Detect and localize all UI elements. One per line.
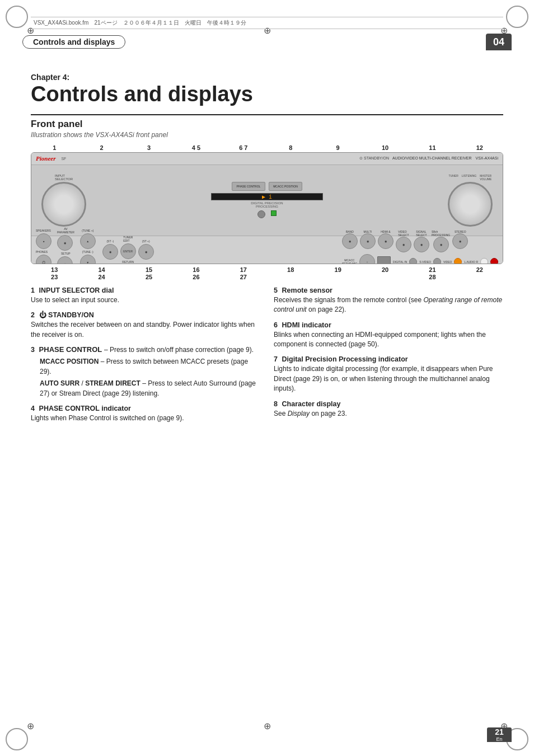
video-sel-section: VIDEOSELECT ◉ — [396, 230, 411, 252]
auto-surr-label: AUTO SURR — [40, 379, 79, 387]
tune-up-btn: ▲ — [80, 233, 96, 249]
desc-body-3-suffix: – Press to switch on/off phase correctio… — [104, 346, 254, 354]
speakers-phones-section: SPEAKERS ● PHONES 🎧 — [36, 229, 51, 264]
page-number-sub: En — [496, 736, 502, 742]
sensor-area — [257, 210, 277, 218]
desc-num-8: 8 — [274, 400, 278, 408]
l-audio-port — [480, 258, 488, 264]
desc-item-5: 5 Remote sensor Receives the signals fro… — [274, 286, 503, 315]
descriptions-left: 1 INPUT SELECTOR dial Use to select an i… — [31, 286, 260, 429]
st-plus-section: (ST +) ◉ — [138, 240, 154, 260]
master-label: MASTERVOLUME — [480, 174, 491, 181]
tune-down-btn: ▼ — [80, 255, 96, 264]
panel-left-section: INPUTSELECTOR — [36, 174, 92, 227]
display-text: ▶ i — [262, 194, 272, 200]
phase-control-btn: PHASE CONTROL — [232, 182, 265, 191]
phones-btn: 🎧 — [36, 255, 51, 264]
speakers-text: SPEAKERS — [36, 229, 51, 232]
front-panel-section-title: Front panel — [31, 119, 503, 130]
st-plus-text: (ST +) — [142, 240, 150, 243]
top-num-67: 6 7 — [220, 144, 267, 151]
chapter-label: Chapter 4: — [31, 73, 503, 82]
bot-num-28-space4 — [456, 274, 503, 280]
page-number-box: 21 En — [487, 727, 512, 742]
corner-mark-bl — [6, 728, 28, 750]
av-setup-section: AVPARAMETER ◉ SETUP ◉ — [57, 227, 74, 264]
l-audio-text: L AUDIO R — [464, 260, 478, 264]
bot-num-15: 15 — [125, 266, 172, 273]
desc-body-6: Blinks when connecting an HDMI-equipped … — [274, 330, 503, 350]
desc-num-7: 7 — [274, 355, 278, 363]
master-volume-knob — [448, 182, 493, 227]
desc-body-8: See Display on page 23. — [274, 409, 503, 419]
digital-precision-label: DIGITAL PRECISIONPROCESSING — [251, 201, 283, 208]
standby-label: ⊙ STANDBY/ON — [359, 156, 389, 161]
desc-item-1: 1 INPUT SELECTOR dial Use to select an i… — [31, 286, 260, 305]
desc-title-8: Character display — [282, 400, 341, 408]
hdmi-ctrl-btn: ◉ — [378, 233, 394, 249]
mcacc-setup-text: MCACCSETUP MIC — [342, 259, 357, 264]
section-divider — [31, 114, 503, 115]
st-minus-text: (ST -) — [106, 240, 114, 243]
panel-bottom-strip: SPEAKERS ● PHONES 🎧 AVPARAMETER ◉ SETUP … — [31, 236, 503, 264]
multi-text: MULTI — [364, 230, 372, 233]
panel-right-section: TUNER LISTENING MASTERVOLUME — [442, 174, 498, 227]
desc-body-1: Use to select an input source. — [31, 295, 260, 305]
tune-up-text: (TUNE +) — [80, 229, 96, 232]
desc-num-3: 3 — [31, 346, 35, 354]
bot-num-28-space3 — [362, 274, 409, 280]
desc-title-5: Remote sensor — [282, 287, 332, 294]
enter-section-center: TUNEREDIT ENTER RETURN — [120, 236, 136, 264]
stereo-section: STEREO ◉ — [452, 230, 468, 252]
top-num-1: 1 — [31, 144, 78, 151]
return-text: RETURN — [122, 260, 134, 264]
top-numbers-row: 1 2 3 4 5 6 7 8 9 10 11 12 — [31, 144, 503, 151]
header-bar: Controls and displays 04 — [22, 34, 512, 50]
desc-item-7: 7 Digital Precision Processing indicator… — [274, 355, 503, 393]
descriptions-section: 1 INPUT SELECTOR dial Use to select an i… — [31, 286, 503, 429]
desc-title-1: INPUT SELECTOR dial — [39, 287, 114, 294]
panel-logo: Pioneer — [36, 155, 55, 162]
descriptions-right: 5 Remote sensor Receives the signals fro… — [274, 286, 503, 429]
corner-mark-tr — [506, 6, 528, 28]
desc-num-2: 2 — [31, 311, 35, 319]
header-section-label: Controls and displays — [22, 35, 125, 49]
processing-btn: ◉ — [433, 237, 449, 252]
bot-num-16: 16 — [172, 266, 219, 273]
r-audio-port — [490, 258, 498, 264]
enter-section: (ST -) ◉ TUNEREDIT ENTER RETURN (ST +) ◉ — [102, 236, 154, 264]
desc-num-5: 5 — [274, 287, 278, 294]
video-text: VIDEO — [443, 260, 452, 264]
desc-title-4: PHASE CONTROL indicator — [39, 405, 131, 412]
multi-section: MULTI ◉ — [360, 230, 376, 252]
desc-sub-3b: AUTO SURR / STREAM DIRECT – Press to sel… — [31, 379, 260, 398]
av-param-text: AVPARAMETER — [57, 227, 74, 234]
right-buttons-section: BAND ◉ MULTI ◉ HDMI & ◉ VIDEOSELECT — [342, 230, 498, 264]
bottom-numbers-row: 13 14 15 16 17 18 19 20 21 22 — [31, 266, 503, 273]
desc-body-5: Receives the signals from the remote con… — [274, 295, 503, 315]
phones-text: PHONES — [36, 250, 51, 253]
top-num-2: 2 — [78, 144, 125, 151]
digital-in-port — [409, 258, 417, 264]
desc-title-7: Digital Precision Processing indicator — [282, 355, 408, 363]
mcacc-btn: MCACC POSITION — [269, 182, 302, 191]
panel-brand: SF — [61, 157, 66, 161]
desc-title-3-line: 3 PHASE CONTROL – Press to switch on/off… — [31, 345, 260, 355]
filepath-text: VSX_AX4ASi.book.fm 21ページ ２００６年４月１１日 火曜日 … — [34, 20, 246, 26]
main-content: Chapter 4: Controls and displays Front p… — [31, 62, 503, 429]
mcacc-port: ○ — [359, 254, 375, 264]
desc-title-3: PHASE CONTROL — [39, 345, 102, 354]
video-sel-btn: ◉ — [396, 237, 411, 252]
top-num-45: 4 5 — [172, 144, 219, 151]
top-num-3: 3 — [125, 144, 172, 151]
bot-num-17: 17 — [220, 266, 267, 273]
bot-num-25: 25 — [125, 274, 172, 280]
reg-mark-mb: ⊕ — [261, 720, 273, 731]
bot-num-28-space2 — [314, 274, 361, 280]
character-display: ▶ i — [211, 193, 323, 200]
top-num-10: 10 — [362, 144, 409, 151]
signal-sel-section: SIGNALSELECT ◉ — [414, 230, 429, 252]
processing-section: S8chPROCESSING ◉ — [432, 230, 450, 252]
digital-in-text: DIGITAL IN — [393, 260, 407, 264]
usb-port — [377, 256, 391, 264]
